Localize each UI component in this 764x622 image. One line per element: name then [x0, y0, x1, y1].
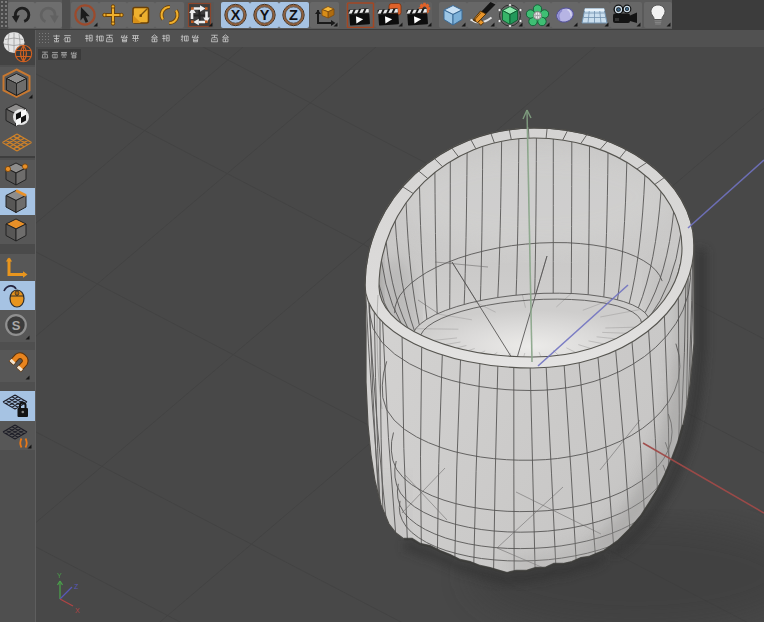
svg-text:X: X — [231, 7, 241, 23]
svg-text:X: X — [75, 607, 80, 614]
svg-text:Y: Y — [260, 7, 270, 23]
svg-text:Z: Z — [74, 583, 79, 590]
svg-text:Y: Y — [57, 572, 62, 579]
svg-text:Z: Z — [289, 7, 298, 23]
svg-text:S: S — [12, 318, 21, 333]
